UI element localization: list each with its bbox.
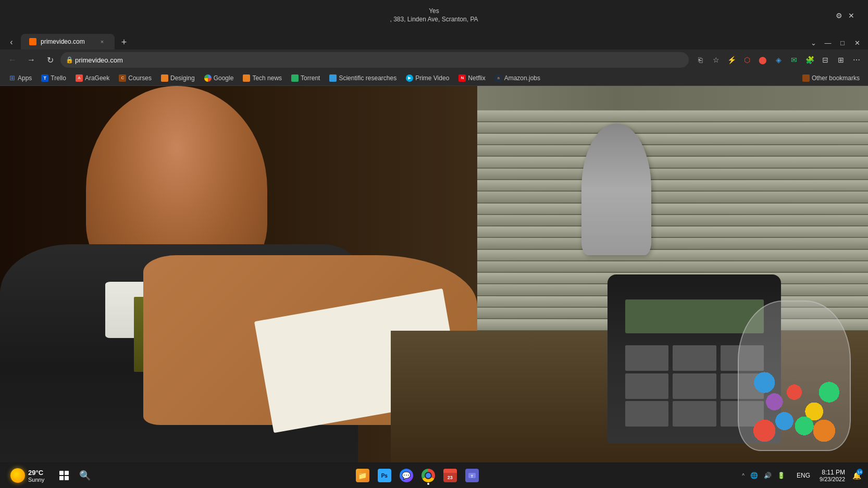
tray-expand-button[interactable]: ^	[740, 472, 747, 480]
torrent-bookmark-icon	[291, 74, 299, 82]
window-close-button[interactable]: ✕	[850, 36, 864, 49]
scientific-bookmark-label: Scientific researches	[339, 74, 396, 82]
close-button[interactable]: ✕	[847, 11, 855, 20]
tab-bar: ‹ primevideo.com × + ⌄ — □ ✕	[0, 31, 868, 49]
start-icon	[59, 471, 69, 480]
bookmark-other[interactable]: Other bookmarks	[798, 72, 864, 84]
title-line2: , 383, Linden Ave, Scranton, PA	[390, 16, 478, 24]
tray-volume-icon[interactable]: 🔊	[761, 469, 774, 482]
bookmark-torrent[interactable]: Torrent	[287, 72, 324, 84]
taskbar-apps: 📁 Ps 💬 23 T	[96, 465, 738, 486]
amazon-bookmark-label: Amazon.jobs	[504, 74, 540, 82]
tray-icons: ^ 🌐 🔊 🔋	[740, 469, 787, 482]
extension-icon-5[interactable]: ✉	[787, 53, 801, 67]
bookmark-trello[interactable]: T Trello	[37, 72, 70, 84]
favorites-icon[interactable]: ☆	[709, 53, 723, 67]
temperature-label: 29°C	[28, 469, 44, 477]
taskbar-app-calendar[interactable]: 23	[440, 465, 461, 486]
explorer-icon: 📁	[356, 469, 369, 482]
url-input[interactable]	[60, 52, 689, 68]
sidebar-icon[interactable]: ⊟	[818, 53, 833, 67]
taskbar-app-messenger[interactable]: 💬	[396, 465, 417, 486]
split-icon[interactable]: ⊞	[834, 53, 848, 67]
taskbar: 29°C Sunny 🔍 📁 Ps 💬 23	[0, 463, 868, 488]
content-area	[0, 86, 868, 462]
messenger-icon: 💬	[400, 469, 413, 482]
more-icon[interactable]: ⋯	[849, 53, 864, 67]
primevideo-bookmark-icon: ▶	[406, 74, 413, 82]
refresh-button[interactable]: ↻	[42, 52, 58, 68]
taskbar-app-explorer[interactable]: 📁	[352, 465, 373, 486]
weather-sun-icon	[10, 468, 25, 483]
bookmark-desiging[interactable]: Desiging	[157, 72, 199, 84]
browser-tab[interactable]: primevideo.com ×	[21, 34, 115, 49]
apps-bookmark-label: Apps	[18, 74, 32, 82]
extension-icon-3[interactable]: ⬤	[755, 53, 770, 67]
tray-notification-button[interactable]: 🔔 14	[851, 470, 862, 481]
bookmark-primevideo[interactable]: ▶ Prime Video	[402, 72, 453, 84]
arageek-bookmark-icon: A	[76, 74, 83, 82]
new-tab-button[interactable]: +	[117, 35, 131, 49]
other-bookmark-icon	[802, 74, 810, 82]
bookmarks-bar: ⊞ Apps T Trello A AraGeek C Courses Desi…	[0, 70, 868, 86]
apps-bookmark-icon: ⊞	[8, 74, 16, 82]
trello-bookmark-label: Trello	[51, 74, 66, 82]
title-bar: Yes , 383, Linden Ave, Scranton, PA ⚙ ✕	[0, 0, 868, 31]
tray-network-icon[interactable]: 🌐	[748, 469, 760, 482]
chrome-icon	[421, 469, 435, 482]
google-bookmark-label: Google	[214, 74, 234, 82]
desiging-bookmark-label: Desiging	[170, 74, 195, 82]
bookmark-scientific[interactable]: Scientific researches	[325, 72, 401, 84]
extension-icon-1[interactable]: ⚡	[724, 53, 739, 67]
url-bar-wrapper: 🔒	[60, 52, 689, 68]
primevideo-bookmark-label: Prime Video	[415, 74, 449, 82]
bookmark-amazon[interactable]: a Amazon.jobs	[491, 72, 544, 84]
start-button[interactable]	[55, 466, 73, 485]
other-bookmark-label: Other bookmarks	[812, 74, 860, 82]
tab-close-button[interactable]: ×	[98, 37, 106, 46]
bookmark-netflix[interactable]: N Netflix	[454, 72, 489, 84]
tab-dropdown-button[interactable]: ⌄	[807, 36, 820, 49]
scientific-bookmark-icon	[329, 74, 337, 82]
torrent-bookmark-label: Torrent	[301, 74, 320, 82]
tray-date-display: 9/23/2022	[820, 476, 845, 482]
notification-count: 14	[857, 469, 863, 475]
tray-clock[interactable]: 8:11 PM 9/23/2022	[815, 468, 849, 483]
tray-battery-icon[interactable]: 🔋	[775, 469, 787, 482]
forward-button[interactable]: →	[23, 52, 40, 68]
technews-bookmark-label: Tech news	[252, 74, 282, 82]
amazon-bookmark-icon: a	[495, 74, 502, 82]
toolbar-icons: ⎗ ☆ ⚡ ⬡ ⬤ ◈ ✉ 🧩 ⊟ ⊞ ⋯	[693, 53, 864, 67]
settings-button[interactable]: ⚙	[835, 11, 843, 20]
taskbar-app-chrome[interactable]	[418, 465, 439, 486]
bookmark-google[interactable]: Google	[200, 72, 238, 84]
svg-text:T: T	[471, 474, 474, 478]
address-bar: ← → ↻ 🔒 ⎗ ☆ ⚡ ⬡ ⬤ ◈ ✉ 🧩 ⊟ ⊞ ⋯	[0, 49, 868, 70]
extension-icon-4[interactable]: ◈	[771, 53, 786, 67]
bookmark-courses[interactable]: C Courses	[115, 72, 156, 84]
tab-favicon	[29, 38, 36, 45]
maximize-button[interactable]: □	[836, 36, 849, 49]
weather-widget[interactable]: 29°C Sunny	[6, 466, 48, 485]
extension-icon-2[interactable]: ⬡	[740, 53, 754, 67]
tab-back-button[interactable]: ‹	[4, 35, 19, 49]
netflix-bookmark-label: Netflix	[468, 74, 485, 82]
bookmark-technews[interactable]: Tech news	[239, 72, 286, 84]
share-icon[interactable]: ⎗	[693, 53, 708, 67]
bookmark-arageek[interactable]: A AraGeek	[71, 72, 114, 84]
courses-bookmark-label: Courses	[128, 74, 152, 82]
back-button[interactable]: ←	[4, 52, 21, 68]
google-bookmark-icon	[204, 74, 212, 82]
minimize-button[interactable]: —	[821, 36, 835, 49]
taskbar-app-teams[interactable]: T	[462, 465, 482, 486]
taskbar-search-button[interactable]: 🔍	[76, 466, 94, 485]
tab-title: primevideo.com	[41, 38, 94, 45]
arageek-bookmark-label: AraGeek	[85, 74, 109, 82]
title-text: Yes , 383, Linden Ave, Scranton, PA	[390, 7, 478, 23]
trello-bookmark-icon: T	[41, 74, 48, 82]
tray-language[interactable]: ENG	[793, 471, 813, 480]
video-frame[interactable]	[0, 86, 868, 462]
bookmark-apps[interactable]: ⊞ Apps	[4, 72, 36, 84]
extension-icon-6[interactable]: 🧩	[802, 53, 817, 67]
taskbar-app-photoshop[interactable]: Ps	[374, 465, 395, 486]
